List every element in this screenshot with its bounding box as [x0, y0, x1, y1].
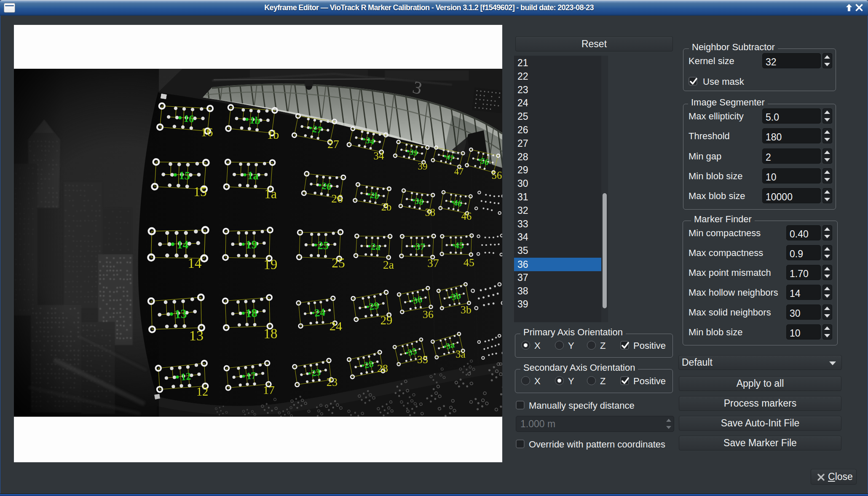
svg-text:16: 16: [201, 125, 213, 139]
svg-text:34: 34: [374, 150, 385, 162]
svg-text:1b: 1b: [267, 128, 279, 141]
svg-text:37: 37: [427, 256, 439, 270]
svg-text:27: 27: [311, 124, 323, 136]
svg-text:17: 17: [246, 370, 256, 381]
svg-text:15: 15: [193, 184, 207, 199]
svg-text:39: 39: [418, 161, 427, 172]
svg-text:28: 28: [377, 362, 388, 375]
svg-text:29: 29: [380, 313, 393, 327]
svg-text:27: 27: [327, 137, 339, 151]
svg-text:29: 29: [368, 300, 380, 312]
svg-text:24: 24: [314, 306, 326, 319]
svg-text:17: 17: [263, 383, 275, 396]
svg-text:24: 24: [330, 319, 342, 333]
svg-text:45: 45: [463, 256, 474, 269]
svg-text:47: 47: [454, 166, 463, 177]
svg-text:2a: 2a: [371, 241, 381, 252]
svg-text:36: 36: [423, 308, 434, 321]
svg-text:18: 18: [245, 306, 258, 320]
svg-text:12: 12: [180, 371, 191, 383]
svg-text:13: 13: [174, 307, 187, 321]
svg-text:38: 38: [414, 196, 424, 207]
svg-text:14: 14: [188, 256, 202, 271]
svg-text:2a: 2a: [383, 258, 394, 271]
svg-text:1a: 1a: [264, 186, 277, 201]
svg-text:16: 16: [183, 113, 194, 125]
svg-text:19: 19: [246, 238, 257, 251]
svg-text:1b: 1b: [249, 114, 261, 126]
svg-text:23: 23: [327, 376, 338, 388]
svg-text:15: 15: [179, 169, 190, 182]
svg-text:3b: 3b: [461, 304, 472, 316]
svg-text:13: 13: [189, 327, 204, 343]
svg-text:25: 25: [317, 239, 329, 252]
svg-text:46: 46: [461, 210, 472, 222]
svg-text:18: 18: [263, 326, 277, 341]
svg-text:14: 14: [177, 238, 189, 251]
svg-text:19: 19: [264, 257, 278, 272]
svg-text:3b: 3b: [450, 291, 462, 302]
svg-text:1a: 1a: [247, 169, 259, 182]
svg-text:38: 38: [425, 207, 435, 218]
svg-text:46: 46: [453, 198, 463, 208]
svg-text:25: 25: [332, 256, 345, 270]
svg-text:23: 23: [311, 367, 321, 378]
svg-text:37: 37: [415, 241, 425, 252]
svg-text:26: 26: [331, 192, 343, 205]
svg-text:26: 26: [321, 181, 332, 192]
svg-text:2b: 2b: [381, 201, 392, 213]
svg-text:12: 12: [196, 385, 209, 398]
svg-text:45: 45: [455, 240, 464, 251]
svg-text:3a: 3a: [455, 348, 465, 360]
svg-text:56: 56: [492, 170, 502, 181]
svg-text:2b: 2b: [370, 190, 380, 201]
svg-text:35: 35: [417, 353, 428, 366]
